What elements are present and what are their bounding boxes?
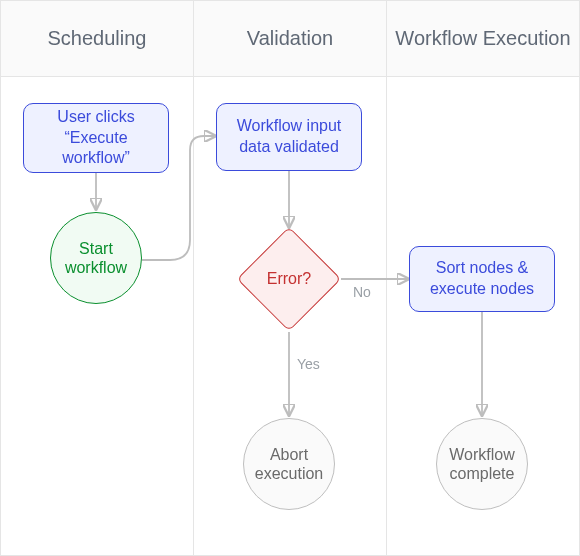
node-label: Sort nodes & execute nodes [420, 258, 544, 300]
node-abort-execution: Abort execution [243, 418, 335, 510]
node-start-workflow: Start workflow [50, 212, 142, 304]
node-error-decision: Error? [237, 227, 341, 331]
node-label: User clicks “Execute workflow” [34, 107, 158, 169]
lane-header-validation: Validation [194, 1, 386, 77]
node-label: Workflow complete [441, 445, 523, 483]
lane-header-scheduling: Scheduling [1, 1, 193, 77]
node-label: Workflow input data validated [227, 116, 351, 158]
node-workflow-complete: Workflow complete [436, 418, 528, 510]
edge-label-yes: Yes [297, 356, 320, 372]
node-workflow-input-validated: Workflow input data validated [216, 103, 362, 171]
lane-header-execution: Workflow Execution [387, 1, 579, 77]
node-label: Error? [237, 227, 341, 331]
edge-label-no: No [353, 284, 371, 300]
workflow-diagram: Scheduling Validation Workflow Execution [0, 0, 580, 556]
node-sort-execute-nodes: Sort nodes & execute nodes [409, 246, 555, 312]
node-user-clicks-execute: User clicks “Execute workflow” [23, 103, 169, 173]
node-label: Abort execution [248, 445, 330, 483]
node-label: Start workflow [55, 239, 137, 277]
